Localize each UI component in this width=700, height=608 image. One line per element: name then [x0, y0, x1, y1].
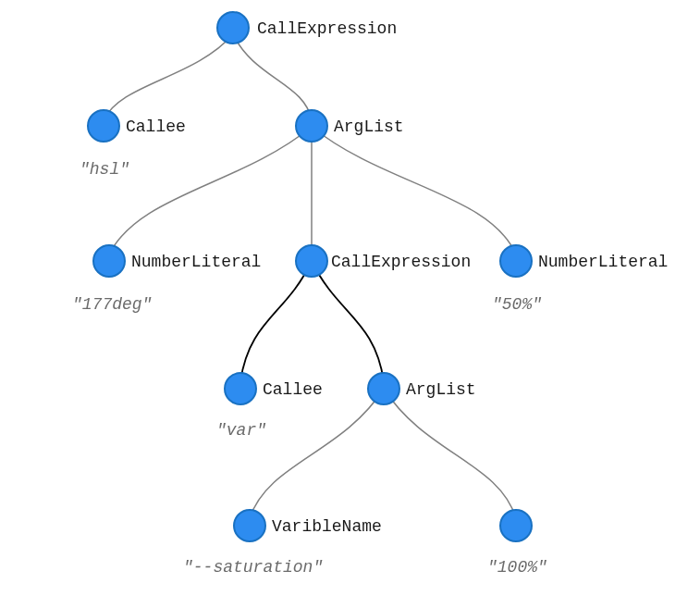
ast-tree-diagram: CallExpression Callee "hsl" ArgList Numb…	[0, 0, 700, 608]
edge-call2-arglist2	[312, 261, 384, 381]
label-num1: NumberLiteral	[131, 253, 261, 271]
edge-root-arglist1	[233, 34, 312, 120]
edge-arglist2-leaf100	[384, 389, 516, 518]
value-callee2: "var"	[216, 421, 266, 440]
node-leaf100	[500, 510, 532, 541]
node-num1	[93, 245, 125, 277]
node-callee1	[88, 110, 119, 142]
label-varname: VaribleName	[272, 517, 382, 536]
edge-call2-callee2	[240, 261, 312, 381]
edge-arglist2-varname	[250, 389, 384, 518]
label-arglist2: ArgList	[406, 380, 476, 399]
node-arglist2	[368, 373, 399, 404]
edge-arglist1-num2	[312, 127, 516, 254]
label-root: CallExpression	[257, 19, 397, 38]
value-num2: "50%"	[492, 295, 542, 314]
label-num2: NumberLiteral	[538, 253, 668, 271]
label-arglist1: ArgList	[334, 118, 404, 136]
value-varname: "--saturation"	[183, 558, 323, 577]
node-root	[217, 12, 249, 43]
edge-root-callee1	[104, 34, 233, 120]
label-callee1: Callee	[126, 118, 186, 136]
label-call2: CallExpression	[331, 253, 471, 271]
node-callee2	[225, 373, 256, 404]
value-num1: "177deg"	[72, 295, 152, 314]
value-leaf100: "100%"	[487, 558, 547, 577]
node-call2	[296, 245, 327, 277]
node-varname	[234, 510, 265, 541]
edge-arglist1-num1	[109, 127, 312, 254]
node-num2	[500, 245, 532, 277]
node-arglist1	[296, 110, 327, 142]
label-callee2: Callee	[263, 380, 323, 399]
value-callee1: "hsl"	[80, 160, 129, 179]
